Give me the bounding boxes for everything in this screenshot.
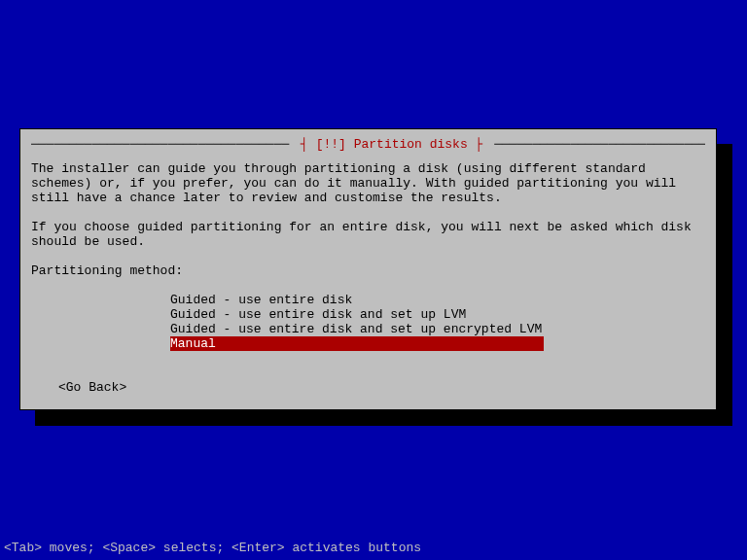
dialog-title-row: ────────────────────────────────── ┤ [!!… <box>31 137 705 152</box>
go-back-button[interactable]: <Go Back> <box>58 380 705 395</box>
dialog-title: ┤ [!!] Partition disks ├ <box>297 137 486 152</box>
option-manual[interactable]: Manual <box>170 336 544 351</box>
method-label: Partitioning method: <box>31 263 705 278</box>
installer-screen: ────────────────────────────────── ┤ [!!… <box>0 0 747 560</box>
partition-dialog: ────────────────────────────────── ┤ [!!… <box>19 128 717 410</box>
dialog-para1: The installer can guide you through part… <box>31 161 705 205</box>
option-guided-entire[interactable]: Guided - use entire disk <box>170 293 705 307</box>
option-guided-encrypted-lvm[interactable]: Guided - use entire disk and set up encr… <box>170 322 705 336</box>
dialog-para2: If you choose guided partitioning for an… <box>31 220 705 249</box>
rule-left: ────────────────────────────────── <box>31 137 289 152</box>
option-guided-lvm[interactable]: Guided - use entire disk and set up LVM <box>170 307 705 322</box>
rule-right: ────────────────────────────────── <box>494 137 705 152</box>
help-bar: <Tab> moves; <Space> selects; <Enter> ac… <box>0 541 747 560</box>
partition-method-list: Guided - use entire disk Guided - use en… <box>170 293 705 351</box>
